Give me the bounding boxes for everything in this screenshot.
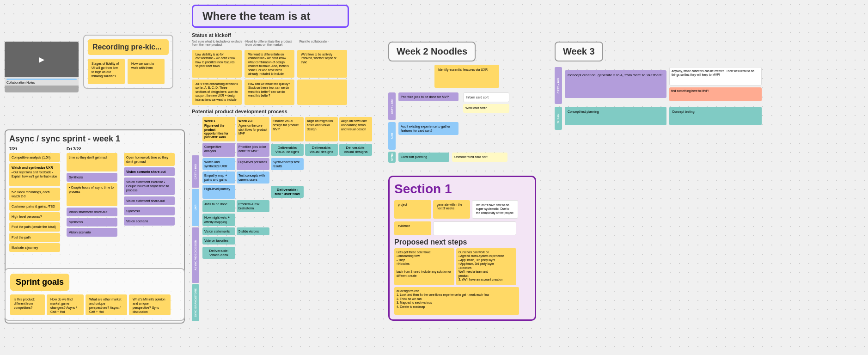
catt-hoi-w3-lane: CATT + HOI: [555, 67, 562, 104]
unmoderated-card-sort-note: Unmoderated card sort: [452, 153, 507, 161]
5-slide-visions-proc: 5-slide visions: [237, 227, 269, 235]
kickoff-col1-header: Not sure what to include or exclude from…: [192, 40, 243, 46]
sprint-week1-title: Async / sync sprint - week 1: [9, 134, 180, 144]
post-path2-note: Post the path: [9, 233, 60, 242]
recording-pre-kick-frame: Recording pre-kic... Stages of fidelity …: [83, 35, 173, 89]
high-level-personas-proc: High-level personas: [237, 158, 269, 170]
w3-salmon-note: find something here to MVP!: [669, 87, 762, 101]
deliverable-visual3: Deliverable: Visual designs: [339, 144, 372, 156]
week3-label: Week 3: [555, 42, 603, 61]
vision-scenario-note2: Vision scenario: [124, 217, 175, 226]
team-header: Where the team is at: [192, 5, 349, 28]
uxr-lane: UXR: [192, 189, 199, 226]
prioritize-jobs-proc: Prioritize jobs to be done for MVP: [237, 143, 269, 157]
vision-scenario-note: Vision scenario: [67, 228, 117, 237]
uxr-w2-lane: UXR: [388, 122, 396, 150]
inform-card-sort-w2: Inform card sort: [463, 92, 509, 102]
status-note4: All is from onboarding decisions so far.…: [192, 80, 242, 105]
video-controls: Collaboration Notes: [5, 77, 79, 86]
concept-test-planning-note: Concept test planning: [565, 107, 666, 125]
vision-statements-proc: Vision statements: [202, 227, 235, 235]
how-might-we-proc: How might we's + affinity mapping: [202, 214, 235, 226]
align-onboarding-box: Align on new user onboarding flows and v…: [339, 117, 372, 141]
concept-testing-note: Concept testing: [669, 107, 762, 125]
week2-noodles-label: Week 2 Noodles: [388, 42, 476, 61]
synth-concept-proc: Synth-concept test results: [271, 158, 304, 170]
product-dev-section: Potential product development process CA…: [192, 109, 372, 321]
work-with-note: How we want to work with them: [128, 59, 165, 84]
sync-brand-lane: SYNC BRAND/STORE: [192, 284, 199, 321]
status-note5: How can we make this quickly? Stuck on t…: [245, 80, 294, 105]
high-level-personas-note: High-level personas?: [9, 212, 60, 221]
sprint-goals-frame: Sprint goals is this product: different …: [5, 268, 185, 321]
status-note6: [297, 80, 347, 105]
synthesis-note1: Synthesis: [67, 173, 117, 182]
status-note3: We'd love to be actively involved, wheth…: [297, 50, 347, 78]
product-dev-title: Potential product development process: [192, 109, 372, 114]
competitive-analysis-note: Competitive analysis (1.5h): [9, 153, 60, 162]
illustrate-journey-note: Illustrate a journey: [9, 243, 60, 252]
section1-note1: project: [394, 200, 431, 219]
section1-box: Section 1 project generate within the ne…: [388, 176, 536, 321]
align-migration-box: Align on migration flows and visual desi…: [305, 117, 338, 141]
empathy-map-proc: Empathy map + pains and gains: [202, 171, 235, 184]
vision-statement-note: Vision statement share-out: [67, 208, 117, 216]
week2-content: Identify essential features via UXR CATT…: [388, 65, 550, 163]
what-card-sort-note: What card sort?: [463, 104, 509, 112]
deliverable-visual2: Deliverable: Visual designs: [305, 144, 338, 156]
next-steps-note3: all designers can1. Look and then fix th…: [394, 287, 519, 315]
next-steps-note1: Let's get these core flows:• onboarding …: [394, 248, 454, 285]
date-col1: 7/21: [9, 147, 65, 151]
deliverable-visual1: Deliverable: Visual designs: [271, 144, 304, 156]
status-kickoff-label: Status at kickoff: [192, 32, 367, 38]
video-frame: ▶: [5, 42, 79, 77]
stages-note: Stages of fidelity of UI will go from lo…: [88, 59, 125, 84]
main-canvas: ▶ Collaboration Notes Recording pre-kic.…: [0, 0, 868, 355]
customer-pains-note: Customer pains & gains, /TBD: [9, 202, 60, 211]
section1-note4: evidence: [394, 221, 431, 235]
prioritize-jobs-w2: Prioritize jobs to be done for MVP: [398, 92, 458, 101]
concept-creation-note: Concept creation: generate 3 to 4, from …: [565, 70, 666, 98]
status-note2: We want to differentiate on combination …: [245, 50, 294, 78]
high-level-journey-proc: High-level journey: [202, 185, 235, 199]
sprint-goal-note2: How do we find market game changers? Asy…: [47, 294, 84, 315]
week3a-box: Finalize visual design for product MVP: [271, 117, 304, 141]
kickoff-col2-header: Need to differentiate the product from o…: [245, 40, 296, 46]
synthesis-note3: Synthesis: [124, 207, 175, 215]
sync-w2-lane: SYNC: [388, 152, 396, 163]
async-time-note: • Couple hours of async time to process: [67, 183, 117, 206]
section1-note2: generate within the next 3 weeks: [433, 200, 470, 219]
recording-title: Recording pre-kic...: [88, 39, 169, 55]
synthesize-uxr-note: Watch and synthesize UXR • Out rejection…: [9, 163, 60, 186]
time-mid-note: time so they don't get mad: [67, 153, 117, 171]
sprint-goal-note4: What's Minini's opinion and unique persp…: [129, 294, 171, 315]
jobs-to-be-done-proc: Jobs to be done: [202, 200, 235, 212]
w3-white-note1: Anyway, those concepts can be created. T…: [669, 67, 762, 86]
date-col3: [124, 147, 179, 151]
proposed-next-steps-label: Proposed next steps: [394, 238, 530, 246]
identify-essential-note: Identify essential features via UXR: [434, 65, 499, 88]
video-thumbnail: ▶ Collaboration Notes: [5, 42, 79, 92]
susan-w3-lane: SUSAN: [555, 107, 562, 130]
status-note1: Low visibility is up for consideration -…: [192, 50, 242, 78]
play-icon: ▶: [39, 55, 44, 64]
card-sort-planning-note: Card sort planning: [398, 153, 449, 161]
vote-favorites-proc: Vote on favorites: [202, 237, 235, 245]
synthesis-note2: Synthesis: [67, 218, 117, 226]
sprint-goal-note3: What are other market and unique perspec…: [86, 294, 127, 315]
sprint-goal-note1: is this product: different from competit…: [10, 294, 45, 315]
vision-scenario-share-note: Vision scenario share-out: [124, 167, 175, 176]
week1-box: Week 1 Figure out the product opportunit…: [202, 117, 235, 141]
status-kickoff-section: Status at kickoff Not sure what to inclu…: [192, 32, 367, 109]
video-recordings-note: 5-6 video recordings, each watch 2-3: [9, 188, 60, 201]
section1-note5: [433, 221, 516, 235]
post-path-note: Post the path (create the ideal): [9, 222, 60, 231]
deliverable-vision-deck: Deliverable: Vision deck: [202, 247, 235, 259]
week23-box: Week 2-3 Agree on the core start flows f…: [237, 117, 269, 141]
vision-statement-shareout-note: Vision statement share-out: [124, 196, 175, 205]
sprint-goals-title: Sprint goals: [10, 274, 69, 291]
watch-synthesize-proc: Watch and synthesize UXR: [202, 158, 235, 170]
section1-title: Section 1: [394, 182, 530, 196]
problem-risk-proc: Problem & risk brainstorm: [237, 200, 269, 212]
deliverable-mvp-flow: Deliverable: MVP user flow: [271, 186, 304, 198]
